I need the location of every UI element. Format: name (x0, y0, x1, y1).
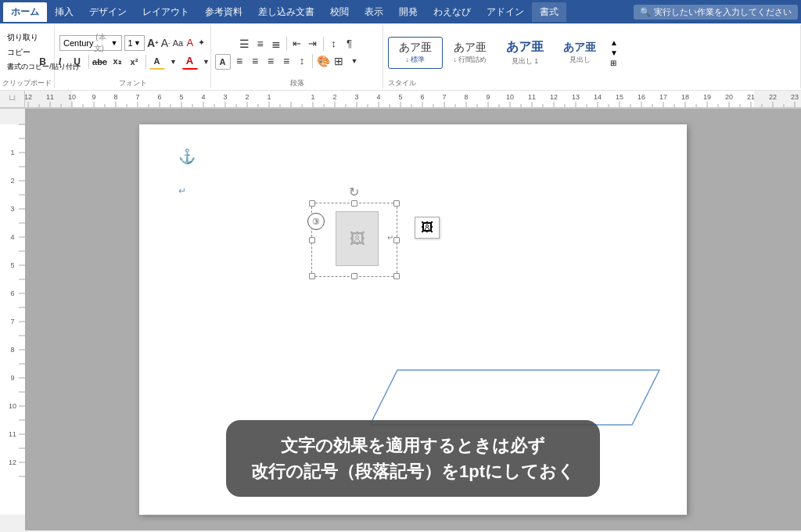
float-toolbar[interactable]: 🖼 (415, 217, 440, 239)
tab-dev[interactable]: 開発 (391, 2, 426, 22)
para-dropdown[interactable]: ▼ (347, 54, 361, 68)
tab-waenabi[interactable]: わえなび (426, 2, 479, 22)
para-row2: ≡ ≡ ≡ ≡ ↕ 🎨 ⊞ ▼ (232, 54, 361, 68)
style-standard-label: ↓ 標準 (405, 55, 425, 65)
align-left-button[interactable]: ≡ (232, 54, 246, 68)
anchor-arrow: ↵ (178, 185, 186, 196)
font-case-button[interactable]: Aa (173, 36, 183, 50)
paragraph-group: ☰ ≡ ≣ ⇤ ⇥ ↕ ¶ ≡ ≡ ≡ ≡ (211, 25, 383, 88)
search-placeholder: 実行したい作業を入力してください (654, 6, 792, 18)
handle-tc[interactable] (351, 200, 357, 207)
tab-review[interactable]: 校閲 (322, 2, 357, 22)
search-icon: 🔍 (640, 7, 651, 17)
para-row1: ☰ ≡ ≣ ⇤ ⇥ ↕ ¶ (238, 37, 357, 51)
image-placeholder: 🖼 (336, 211, 379, 266)
style-standard[interactable]: あア亜 ↓ 標準 (388, 37, 443, 70)
styles-group: あア亜 ↓ 標準 あア亜 ↓ 行間詰め あア亜 見出し 1 あア亜 見出し ▲ (383, 25, 801, 88)
bold-button[interactable]: B (35, 54, 51, 70)
multilevel-list-button[interactable]: ≣ (269, 37, 283, 51)
handle-bc[interactable] (351, 273, 357, 279)
increase-indent-button[interactable]: ⇥ (306, 37, 320, 51)
para-div3 (312, 54, 313, 68)
highlight-dropdown[interactable]: ▼ (167, 55, 181, 69)
tab-insert[interactable]: 挿入 (47, 2, 81, 22)
subscript-button[interactable]: x₂ (110, 54, 125, 70)
font-dropdown-icon: ▼ (111, 39, 118, 47)
font-grow-button[interactable]: A+ (147, 36, 159, 50)
font-extra1[interactable]: ✦ (197, 36, 206, 50)
font-clear-button[interactable]: A (185, 36, 194, 50)
paste-button[interactable]: 📋 貼り付け (0, 27, 3, 77)
tab-home[interactable]: ホーム (3, 2, 47, 22)
style-h2-label: 見出し (569, 55, 591, 65)
underline-button[interactable]: U (70, 54, 85, 70)
ruler-row: └┘ (0, 91, 801, 108)
float-toolbar-icon: 🖼 (421, 221, 433, 235)
tab-design[interactable]: デザイン (81, 2, 135, 22)
tab-references[interactable]: 参考資料 (197, 2, 250, 22)
ruler-corner: └┘ (0, 91, 25, 108)
handle-tl[interactable] (309, 200, 315, 207)
textbox-number-badge: ③ (307, 213, 325, 230)
tab-format[interactable]: 書式 (532, 2, 566, 22)
font-color-button[interactable]: A (182, 54, 198, 70)
decrease-indent-button[interactable]: ⇤ (290, 37, 304, 51)
tooltip-line2: 改行の記号（段落記号）を1ptにしておく (251, 458, 575, 484)
strikethrough-button[interactable]: abc (92, 54, 108, 70)
pilcrow-button[interactable]: ¶ (343, 37, 357, 51)
italic-button[interactable]: I (52, 54, 68, 70)
style-compact[interactable]: あア亜 ↓ 行間詰め (443, 37, 497, 70)
tab-addin[interactable]: アドイン (479, 2, 532, 22)
style-arrows[interactable]: ▲ ▼ ⊞ (610, 38, 618, 67)
font-group: Century (本文) ▼ 1 ▼ A+ A- Aa A ✦ (55, 25, 211, 88)
shading-button[interactable]: 🎨 (316, 54, 330, 68)
paragraph-group-label: 段落 (290, 78, 304, 88)
font-format-row: B I U abc x₂ x² A ▼ A ▼ A (35, 54, 231, 70)
tab-view[interactable]: 表示 (357, 2, 391, 22)
handle-tr[interactable] (393, 200, 400, 207)
page: ⚓ ↵ ↻ ③ 🖼 (139, 124, 687, 515)
style-h1[interactable]: あア亜 見出し 1 (497, 35, 552, 70)
search-box[interactable]: 🔍 実行したい作業を入力してください (634, 5, 798, 20)
font-shrink-button[interactable]: A- (161, 36, 171, 50)
font-name-value: Century (63, 38, 94, 48)
toolbar-area: 📋 貼り付け 切り取り コピー 書式のコピー/貼り付け クリップボード (0, 23, 801, 109)
text-effect-button[interactable]: A (149, 54, 165, 70)
handle-mr[interactable] (393, 237, 400, 243)
font-name-input[interactable]: Century (本文) ▼ (59, 35, 122, 51)
rotate-handle[interactable]: ↻ (349, 185, 359, 200)
style-expand-arrow[interactable]: ⊞ (610, 59, 618, 67)
tooltip-box: 文字の効果を適用するときは必ず 改行の記号（段落記号）を1ptにしておく (226, 420, 600, 497)
doc-content: ⚓ ↵ ↻ ③ 🖼 (25, 109, 801, 530)
tooltip-line1: 文字の効果を適用するときは必ず (251, 433, 575, 458)
tab-mailings[interactable]: 差し込み文書 (250, 2, 322, 22)
bullet-list-button[interactable]: ☰ (238, 37, 252, 51)
style-up-arrow[interactable]: ▲ (610, 38, 618, 47)
line-spacing-button[interactable]: ↕ (295, 54, 309, 68)
handle-bl[interactable] (309, 273, 315, 279)
style-down-arrow[interactable]: ▼ (610, 49, 618, 57)
horizontal-ruler (25, 91, 801, 108)
para-div1 (286, 37, 287, 51)
align-center-button[interactable]: ≡ (248, 54, 262, 68)
svg-marker-0 (370, 370, 659, 425)
font-name-suffix: (本文) (94, 32, 111, 54)
divider2 (145, 55, 146, 69)
sort-button[interactable]: ↕ (327, 37, 341, 51)
handle-br[interactable] (393, 273, 400, 279)
justify-button[interactable]: ≡ (279, 54, 293, 68)
para-div2 (323, 37, 324, 51)
textbox-selected[interactable]: ↻ ③ 🖼 ↵ (311, 203, 397, 277)
align-right-button[interactable]: ≡ (264, 54, 278, 68)
font-size-input[interactable]: 1 ▼ (124, 35, 145, 51)
style-h2[interactable]: あア亜 見出し (552, 37, 607, 70)
num-list-button[interactable]: ≡ (253, 37, 268, 51)
tab-layout[interactable]: レイアウト (135, 2, 197, 22)
superscript-button[interactable]: x² (127, 54, 142, 70)
ribbon: ホーム 挿入 デザイン レイアウト 参考資料 差し込み文書 校閲 表示 開発 わ… (0, 0, 801, 109)
anchor-icon[interactable]: ⚓ (178, 148, 196, 165)
font-group-label: フォント (119, 78, 147, 88)
border-para-button[interactable]: ⊞ (332, 54, 346, 68)
handle-ml[interactable] (309, 237, 315, 243)
style-compact-label: ↓ 行間詰め (453, 55, 487, 65)
